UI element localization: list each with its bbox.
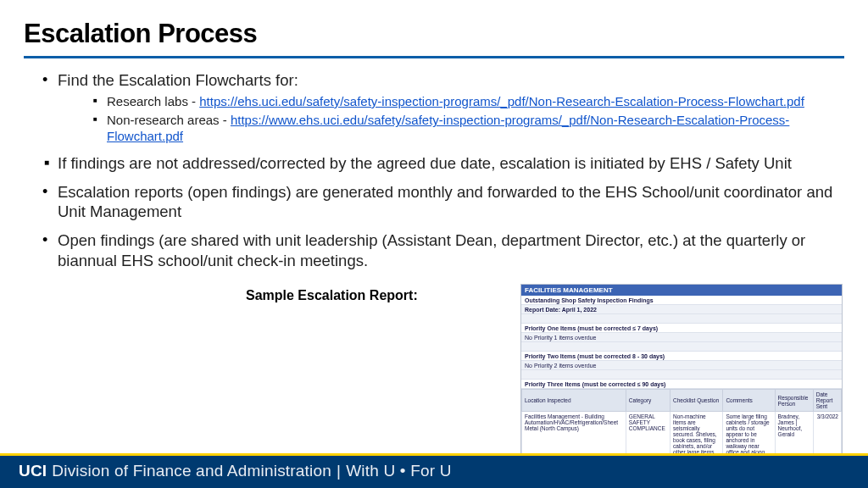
footer-text: UCIDivision of Finance and Administratio… [0,456,868,480]
report-date: Report Date: April 1, 2022 [521,305,842,314]
footer-division: Division of Finance and Administration [52,462,331,480]
bullet-list: Find the Escalation Flowcharts for: Rese… [24,70,844,270]
priority-two-title: Priority Two Items (must be corrected 8 … [521,352,842,361]
col-person: Responsible Person [775,390,813,412]
footer-bar: UCIDivision of Finance and Administratio… [0,456,868,488]
col-comments: Comments [723,390,775,412]
footer-separator: | [337,462,341,480]
research-labs-link[interactable]: https://ehs.uci.edu/safety/safety-inspec… [199,94,804,108]
footer-tagline: With U • For U [346,462,452,480]
bullet-item: If findings are not addressed/corrected … [42,153,844,174]
bullet-item: Find the Escalation Flowcharts for: Rese… [42,70,844,145]
sub-prefix: Research labs - [107,94,199,108]
slide-title: Escalation Process [24,19,844,49]
spacer-row [521,314,842,324]
footer-uci: UCI [19,462,47,480]
title-rule [24,56,844,58]
sub-prefix: Non-research areas - [107,113,231,127]
sub-list: Research labs - https://ehs.uci.edu/safe… [58,94,844,145]
report-header: FACILITIES MANAGEMENT [521,285,842,296]
col-question: Checklist Question [670,390,722,412]
bullet-text: Find the Escalation Flowcharts for: [58,71,298,89]
priority-one-row: No Priority 1 items overdue [521,333,842,342]
spacer-row [521,342,842,352]
priority-three-title: Priority Three Items (must be corrected … [521,380,842,389]
priority-one-title: Priority One Items (must be corrected ≤ … [521,324,842,333]
sample-report-label: Sample Escalation Report: [246,288,418,303]
col-date: Date Report Sent [813,390,841,412]
spacer-row [521,370,842,380]
col-location: Location Inspected [522,390,626,412]
col-category: Category [626,390,670,412]
bullet-item: Open findings (are shared with unit lead… [42,230,844,270]
sub-item: Research labs - https://ehs.uci.edu/safe… [93,94,844,110]
report-subtitle: Outstanding Shop Safety Inspection Findi… [521,296,842,305]
priority-two-row: No Priority 2 items overdue [521,361,842,370]
bullet-item: Escalation reports (open findings) are g… [42,182,844,222]
sub-item: Non-research areas - https://www.ehs.uci… [93,113,844,145]
